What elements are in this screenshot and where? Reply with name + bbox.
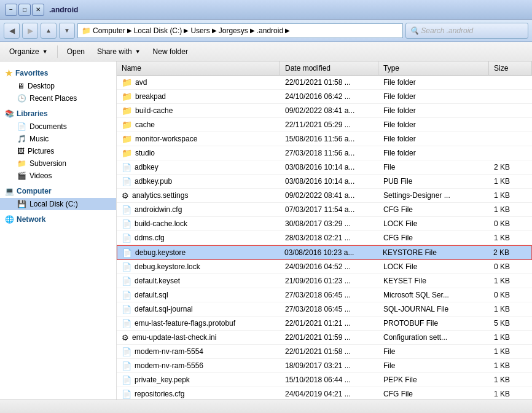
address-sep-5: ▶	[285, 27, 290, 34]
file-name: build-cache.lock	[135, 219, 187, 228]
file-size: 2 KB	[494, 163, 510, 171]
file-size: 1 KB	[494, 347, 510, 356]
file-date: 15/08/2016 11:56 a...	[285, 135, 354, 143]
file-size-cell: 1 KB	[489, 345, 532, 358]
file-type: KEYSTORE File	[383, 248, 437, 257]
new-folder-button[interactable]: New folder	[147, 44, 194, 60]
sidebar-favorites-header[interactable]: ★ Favorites	[0, 66, 116, 80]
file-name-cell: 📁 monitor-workspace	[117, 132, 280, 146]
address-part-3[interactable]: Users	[190, 26, 209, 35]
file-size: 1 KB	[494, 177, 510, 186]
file-size-cell: 1 KB	[489, 189, 532, 202]
table-row[interactable]: 📄 debug.keystore.lock 24/09/2016 04:52 .…	[117, 260, 532, 274]
table-row[interactable]: ⚙ emu-update-last-check.ini 22/01/2021 0…	[117, 331, 532, 345]
table-row[interactable]: 📄 debug.keystore 03/08/2016 10:23 a... K…	[117, 245, 532, 260]
file-name: ddms.cfg	[135, 234, 165, 242]
table-row[interactable]: 📄 modem-nv-ram-5554 22/01/2021 01:58 ...…	[117, 345, 532, 359]
table-row[interactable]: 📁 cache 22/11/2021 05:29 ... File folder	[117, 118, 532, 132]
sidebar-pictures-label: Pictures	[28, 147, 54, 155]
file-size: 1 KB	[494, 234, 510, 242]
recent-button[interactable]: ▼	[59, 23, 75, 39]
share-button[interactable]: Share with ▼	[92, 44, 146, 60]
file-date: 03/08/2016 10:23 a...	[284, 248, 354, 257]
open-button[interactable]: Open	[61, 44, 90, 60]
table-row[interactable]: 📄 modem-nv-ram-5556 18/09/2017 03:21 ...…	[117, 359, 532, 373]
sidebar-item-music[interactable]: 🎵 Music	[0, 133, 116, 145]
table-row[interactable]: 📄 private_key.pepk 15/10/2018 06:44 ... …	[117, 373, 532, 387]
sidebar-item-videos[interactable]: 🎬 Videos	[0, 170, 116, 182]
sidebar-item-subversion[interactable]: 📁 Subversion	[0, 157, 116, 170]
sidebar-item-local-disk[interactable]: 💾 Local Disk (C:)	[0, 198, 116, 210]
share-chevron: ▼	[135, 49, 141, 55]
file-icon: 📄	[122, 234, 131, 243]
sidebar-item-recent-places[interactable]: 🕒 Recent Places	[0, 92, 116, 104]
table-row[interactable]: 📄 default.sql 27/03/2018 06:45 ... Micro…	[117, 288, 532, 302]
sidebar-subversion-label: Subversion	[29, 159, 66, 168]
col-type[interactable]: Type	[378, 61, 489, 75]
file-date-cell: 03/08/2016 10:14 a...	[280, 175, 378, 188]
file-type: File folder	[383, 149, 416, 157]
up-button[interactable]: ▲	[41, 23, 57, 39]
file-date-cell: 22/01/2021 01:58 ...	[280, 345, 378, 358]
sidebar-libraries-header[interactable]: 📚 Libraries	[0, 107, 116, 120]
file-icon: 📄	[122, 177, 131, 186]
address-part-1[interactable]: Computer	[93, 26, 125, 35]
forward-button[interactable]: ▶	[22, 23, 38, 39]
organize-button[interactable]: Organize ▼	[4, 44, 53, 60]
table-row[interactable]: 📄 default.sql-journal 27/03/2018 06:45 .…	[117, 302, 532, 317]
file-type-cell: PROTOBUF File	[378, 317, 489, 330]
file-size: 1 KB	[494, 191, 510, 200]
file-size: 5 KB	[494, 319, 510, 328]
back-button[interactable]: ◀	[4, 23, 20, 39]
table-row[interactable]: 📄 emu-last-feature-flags.protobuf 22/01/…	[117, 317, 532, 331]
file-type-cell: PEPK File	[378, 373, 489, 387]
table-row[interactable]: ⚙ analytics.settings 09/02/2022 08:41 a.…	[117, 189, 532, 203]
table-row[interactable]: 📁 studio 27/03/2018 11:56 a... File fold…	[117, 146, 532, 160]
table-row[interactable]: 📄 default.keyset 21/09/2016 01:23 ... KE…	[117, 274, 532, 288]
file-type-cell: File folder	[378, 76, 489, 89]
sidebar-item-pictures[interactable]: 🖼 Pictures	[0, 145, 116, 157]
sidebar-item-desktop[interactable]: 🖥 Desktop	[0, 80, 116, 92]
maximize-button[interactable]: □	[18, 4, 31, 16]
table-row[interactable]: 📄 androidwin.cfg 07/03/2017 11:54 a... C…	[117, 203, 532, 217]
file-icon: 📄	[122, 376, 131, 385]
file-type: SQL-JOURNAL File	[383, 305, 448, 313]
file-icon: 📄	[122, 305, 131, 314]
table-row[interactable]: 📁 avd 22/01/2021 01:58 ... File folder	[117, 76, 532, 90]
file-name-cell: 📄 private_key.pepk	[117, 373, 280, 387]
file-name: private_key.pepk	[135, 376, 190, 384]
file-size-cell	[489, 132, 532, 146]
search-button[interactable]: 🔍 Search .android	[405, 23, 528, 39]
address-part-5[interactable]: .android	[257, 26, 283, 35]
table-row[interactable]: 📄 build-cache.lock 30/08/2017 03:29 ... …	[117, 217, 532, 231]
window-controls[interactable]: − □ ✕	[5, 4, 44, 16]
address-bar[interactable]: 📁 Computer ▶ Local Disk (C:) ▶ Users ▶ J…	[77, 23, 403, 38]
col-date[interactable]: Date modified	[280, 61, 378, 75]
minimize-button[interactable]: −	[5, 4, 17, 16]
table-row[interactable]: 📁 breakpad 24/10/2016 06:42 ... File fol…	[117, 90, 532, 104]
address-part-4[interactable]: Jorgesys	[219, 26, 248, 35]
table-row[interactable]: 📄 adbkey.pub 03/08/2016 10:14 a... PUB F…	[117, 175, 532, 189]
table-row[interactable]: 📄 repositories.cfg 24/04/2019 04:21 ... …	[117, 387, 532, 399]
table-row[interactable]: 📄 ddms.cfg 28/03/2018 02:21 ... CFG File…	[117, 231, 532, 245]
file-name-cell: 📄 androidwin.cfg	[117, 203, 280, 216]
file-icon: 📄	[122, 319, 131, 328]
col-size[interactable]: Size	[489, 61, 532, 75]
sidebar-network-header[interactable]: 🌐 Network	[0, 213, 116, 226]
col-name[interactable]: Name	[117, 61, 280, 75]
file-type: LOCK File	[383, 219, 417, 228]
folder-icon: 📁	[122, 77, 132, 87]
file-name: build-cache	[135, 106, 173, 115]
sidebar: ★ Favorites 🖥 Desktop 🕒 Recent Places 📚 …	[0, 61, 117, 399]
table-row[interactable]: 📁 build-cache 09/02/2022 08:41 a... File…	[117, 104, 532, 118]
network-icon: 🌐	[5, 215, 14, 224]
table-row[interactable]: 📁 monitor-workspace 15/08/2016 11:56 a..…	[117, 132, 532, 146]
address-part-2[interactable]: Local Disk (C:)	[134, 26, 182, 35]
sidebar-computer-header[interactable]: 💻 Computer	[0, 184, 116, 198]
file-type: File	[383, 347, 395, 356]
sidebar-item-documents[interactable]: 📄 Documents	[0, 120, 116, 133]
file-date: 03/08/2016 10:14 a...	[285, 177, 354, 186]
table-row[interactable]: 📄 adbkey 03/08/2016 10:14 a... File 2 KB	[117, 160, 532, 175]
file-type: File folder	[383, 92, 416, 101]
close-button[interactable]: ✕	[32, 4, 44, 16]
